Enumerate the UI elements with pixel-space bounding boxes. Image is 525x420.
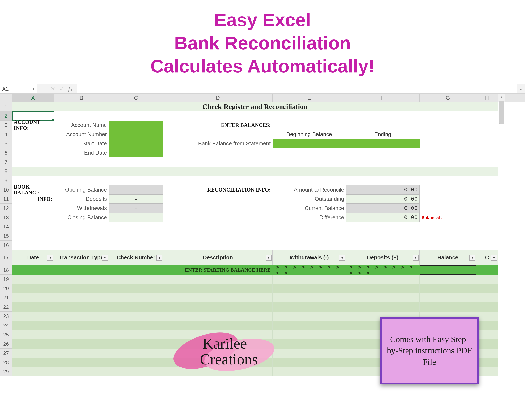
cell-C29[interactable] [109, 367, 163, 376]
row-header-18[interactable]: 18 [0, 265, 12, 275]
row-header-6[interactable]: 6 [0, 148, 12, 158]
cell-E6[interactable] [272, 148, 346, 158]
cell-D22[interactable] [163, 302, 272, 312]
cell-A28[interactable] [12, 358, 54, 367]
cell-C19[interactable] [109, 275, 163, 284]
cell-F19[interactable] [346, 275, 420, 284]
cell-C28[interactable] [109, 358, 163, 367]
cell-B19[interactable] [54, 275, 109, 284]
filter-icon[interactable]: ▾ [47, 255, 53, 261]
cell-H28[interactable] [476, 358, 498, 367]
cell-H6[interactable] [476, 148, 498, 158]
row-header-27[interactable]: 27 [0, 349, 12, 358]
cell-G20[interactable] [420, 284, 476, 293]
cell-E2[interactable] [272, 111, 346, 121]
th-balance[interactable]: Balance▾ [420, 250, 476, 265]
cell-D11[interactable] [163, 195, 272, 204]
fx-icon[interactable]: fx [68, 85, 73, 92]
cell-row7[interactable] [12, 158, 498, 167]
cell-A6[interactable] [12, 148, 54, 158]
cell-H2[interactable] [476, 111, 498, 121]
cell-E29[interactable] [272, 367, 346, 376]
cell-B21[interactable] [54, 293, 109, 302]
th-description[interactable]: Description▾ [163, 250, 272, 265]
col-header-F[interactable]: F [346, 94, 420, 102]
sb-B[interactable] [54, 265, 109, 275]
select-all-corner[interactable] [0, 94, 12, 102]
cell-H25[interactable] [476, 330, 498, 339]
cell-G12[interactable] [420, 204, 476, 213]
cell-F3[interactable] [346, 121, 420, 130]
scroll-up-icon[interactable]: ▴ [498, 94, 505, 100]
start-date-input[interactable] [109, 139, 163, 148]
ending-balance-input[interactable] [346, 139, 420, 148]
name-box[interactable]: A2 ▾ [0, 84, 37, 93]
cell-H24[interactable] [476, 321, 498, 330]
row-header-5[interactable]: 5 [0, 139, 12, 148]
cell-H20[interactable] [476, 284, 498, 293]
row-header-14[interactable]: 14 [0, 222, 12, 231]
cell-B27[interactable] [54, 349, 109, 358]
cell-D19[interactable] [163, 275, 272, 284]
th-c[interactable]: C▾ [476, 250, 498, 265]
row-header-15[interactable]: 15 [0, 231, 12, 241]
formula-input[interactable] [77, 84, 517, 93]
scroll-thumb[interactable] [499, 101, 504, 124]
filter-icon[interactable]: ▾ [491, 255, 497, 261]
cell-H29[interactable] [476, 367, 498, 376]
cell-G5[interactable] [420, 139, 476, 148]
cell-C21[interactable] [109, 293, 163, 302]
end-date-input[interactable] [109, 148, 163, 158]
cell-C20[interactable] [109, 284, 163, 293]
cell-D23[interactable] [163, 312, 272, 321]
col-header-G[interactable]: G [420, 94, 476, 102]
cell-A12[interactable] [12, 204, 54, 213]
cell-C2[interactable] [109, 111, 163, 121]
cell-row16[interactable] [12, 241, 498, 250]
cell-B23[interactable] [54, 312, 109, 321]
sb-C[interactable] [109, 265, 163, 275]
sb-H[interactable] [476, 265, 498, 275]
cell-H21[interactable] [476, 293, 498, 302]
cell-C27[interactable] [109, 349, 163, 358]
cell-F22[interactable] [346, 302, 420, 312]
cell-D29[interactable] [163, 367, 272, 376]
cell-E27[interactable] [272, 349, 346, 358]
row-header-13[interactable]: 13 [0, 213, 12, 222]
cell-H4[interactable] [476, 130, 498, 139]
cell-H26[interactable] [476, 339, 498, 349]
cell-G22[interactable] [420, 302, 476, 312]
cell-D13[interactable] [163, 213, 272, 222]
cell-A4[interactable] [12, 130, 54, 139]
cell-F6[interactable] [346, 148, 420, 158]
col-header-A[interactable]: A [12, 94, 54, 102]
cell-G19[interactable] [420, 275, 476, 284]
col-header-E[interactable]: E [272, 94, 346, 102]
th-check-number[interactable]: Check Number▾ [109, 250, 163, 265]
col-header-B[interactable]: B [54, 94, 109, 102]
cell-B2[interactable] [54, 111, 109, 121]
row-header-25[interactable]: 25 [0, 330, 12, 339]
cell-G4[interactable] [420, 130, 476, 139]
cell-A19[interactable] [12, 275, 54, 284]
cell-E23[interactable] [272, 312, 346, 321]
cell-row9[interactable] [12, 176, 498, 185]
cell-E28[interactable] [272, 358, 346, 367]
row-header-12[interactable]: 12 [0, 204, 12, 213]
cell-B25[interactable] [54, 330, 109, 339]
row-header-19[interactable]: 19 [0, 275, 12, 284]
cell-A22[interactable] [12, 302, 54, 312]
cell-F20[interactable] [346, 284, 420, 293]
cell-G21[interactable] [420, 293, 476, 302]
cell-row14[interactable] [12, 222, 498, 231]
cell-A20[interactable] [12, 284, 54, 293]
cell-H11[interactable] [476, 195, 498, 204]
cell-E26[interactable] [272, 339, 346, 349]
cell-B29[interactable] [54, 367, 109, 376]
filter-icon[interactable]: ▾ [469, 255, 475, 261]
row-header-9[interactable]: 9 [0, 176, 12, 185]
cell-D21[interactable] [163, 293, 272, 302]
expand-formula-icon[interactable]: ⌄ [517, 84, 525, 93]
cell-E20[interactable] [272, 284, 346, 293]
cell-A25[interactable] [12, 330, 54, 339]
